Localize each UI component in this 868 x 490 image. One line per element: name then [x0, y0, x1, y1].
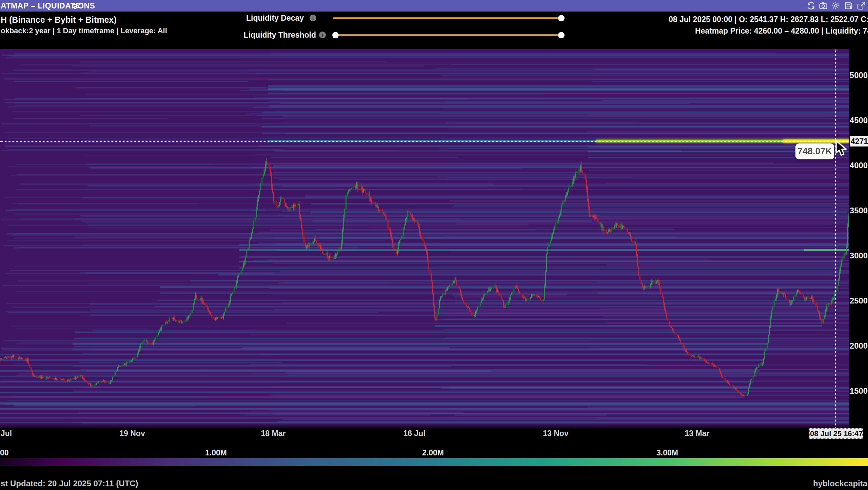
liquidity-tooltip: 748.07K: [795, 143, 834, 159]
date-axis: 08 Jul 25 16:47 Jul19 Nov18 Mar16 Jul13 …: [0, 428, 868, 444]
liquidity-threshold-max-handle[interactable]: [558, 32, 565, 38]
mouse-cursor: [834, 140, 849, 157]
brand-label: hyblockcapital.c: [813, 479, 868, 488]
date-tick-label: 19 Nov: [119, 429, 145, 438]
header-bar: H (Binance + Bybit + Bitmex) okback:2 ye…: [0, 12, 868, 49]
sliders-icon[interactable]: [72, 1, 81, 11]
liquidation-heatmap-chart[interactable]: [0, 49, 849, 428]
price-axis-label: 1500: [849, 386, 868, 396]
heatmap-readout: Heatmap Price: 4260.00 – 4280.00 | Liqui…: [695, 26, 868, 36]
liquidity-decay-slider[interactable]: [333, 17, 564, 19]
titlebar: ATMAP – LIQUIDATIONS: [0, 0, 868, 12]
price-axis: 50004500400035003000250020001500: [849, 49, 868, 428]
settings-icon[interactable]: [831, 1, 841, 11]
screenshot-icon[interactable]: [818, 1, 828, 11]
liquidity-threshold-min-handle[interactable]: [332, 32, 339, 38]
crosshair-price-label: 4271.1: [850, 136, 868, 146]
crosshair-vertical-line: [835, 49, 836, 431]
liquidity-decay-label: Liquidity Decay: [237, 14, 304, 23]
colorbar-gradient: [0, 458, 868, 466]
colorbar-tick-label: 00: [0, 448, 9, 457]
symbol-label: H (Binance + Bybit + Bitmex): [1, 15, 117, 25]
colorbar-tick-label: 3.00M: [656, 448, 678, 457]
date-tick-label: Jul: [1, 429, 12, 438]
liquidity-decay-handle[interactable]: [558, 15, 565, 21]
price-axis-label: 2000: [849, 341, 868, 351]
crosshair-horizontal-line: [0, 141, 868, 142]
colorbar-tick-label: 2.00M: [422, 448, 444, 457]
price-axis-label: 3500: [849, 206, 868, 215]
price-axis-label: 2500: [849, 296, 868, 306]
price-axis-label: 3000: [849, 251, 868, 260]
ohlc-readout: 08 Jul 2025 00:00 | O: 2541.37 H: 2627.8…: [669, 15, 868, 24]
liquidity-threshold-label: Liquidity Threshold: [217, 31, 316, 40]
colorbar-tick-label: 1.00M: [205, 448, 227, 457]
app-root: ATMAP – LIQUIDATIONS: [0, 0, 868, 490]
date-tick-label: 18 Mar: [261, 429, 286, 438]
price-axis-label: 4500: [849, 116, 868, 125]
date-tick-label: 13 Nov: [543, 429, 568, 438]
date-tick-label: 16 Jul: [403, 429, 425, 438]
refresh-icon[interactable]: [806, 1, 816, 11]
date-tick-label: 13 Mar: [685, 429, 710, 438]
export-icon[interactable]: [856, 1, 866, 11]
info-icon[interactable]: i: [319, 32, 326, 38]
last-updated-label: st Updated: 20 Jul 2025 07:11 (UTC): [1, 479, 138, 488]
price-axis-label: 4000: [849, 161, 868, 170]
liquidity-threshold-slider[interactable]: [333, 34, 564, 36]
price-axis-label: 5000: [849, 71, 868, 80]
colorbar-labels: 001.00M2.00M3.00M: [0, 448, 868, 458]
info-icon[interactable]: i: [310, 15, 316, 21]
crosshair-date-label: 08 Jul 25 16:47: [809, 428, 863, 439]
chart-settings-label: okback:2 year | 1 Day timeframe | Levera…: [1, 26, 167, 35]
save-icon[interactable]: [844, 1, 853, 11]
